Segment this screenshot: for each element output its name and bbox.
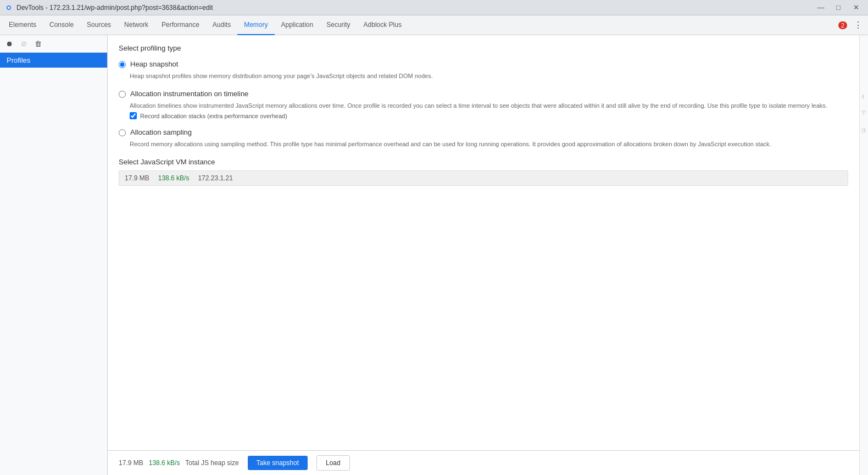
allocation-sampling-radio[interactable] <box>119 129 126 136</box>
tab-bar-right: 2 ⋮ <box>838 20 866 30</box>
load-button[interactable]: Load <box>316 455 350 471</box>
bottom-label: Total JS heap size <box>185 459 238 467</box>
sidebar-item-profiles[interactable]: Profiles <box>0 53 107 68</box>
main-content: Select profiling type Heap snapshot Heap… <box>108 35 859 475</box>
tab-adblock[interactable]: Adblock Plus <box>357 15 408 35</box>
tab-audits[interactable]: Audits <box>206 15 237 35</box>
clear-button[interactable]: 🗑 <box>32 38 44 50</box>
devtools-body: ⏺ ⊘ 🗑 Profiles Select profiling type Hea… <box>0 35 868 475</box>
vm-rate: 138.6 kB/s <box>158 174 190 182</box>
tab-network[interactable]: Network <box>118 15 155 35</box>
heap-snapshot-label: Heap snapshot <box>130 60 178 68</box>
allocation-timeline-radio[interactable] <box>119 91 126 98</box>
heap-snapshot-option: Heap snapshot <box>119 60 848 68</box>
record-button[interactable]: ⏺ <box>3 38 15 50</box>
sidebar-toolbar: ⏺ ⊘ 🗑 <box>0 35 107 53</box>
heap-snapshot-radio[interactable] <box>119 61 126 68</box>
right-edge: 彳 亍 注 <box>859 35 868 475</box>
chrome-icon <box>4 3 13 12</box>
title-bar: DevTools - 172.23.1.21/wp-admin/post.php… <box>0 0 868 15</box>
allocation-timeline-label: Allocation instrumentation on timeline <box>130 90 248 98</box>
vm-instance-list: 17.9 MB 138.6 kB/s 172.23.1.21 <box>119 170 848 186</box>
window-title: DevTools - 172.23.1.21/wp-admin/post.php… <box>16 4 813 12</box>
vm-ip: 172.23.1.21 <box>198 174 232 182</box>
heap-snapshot-desc: Heap snapshot profiles show memory distr… <box>130 71 848 81</box>
allocation-stacks-label: Record allocation stacks (extra performa… <box>140 113 287 119</box>
error-badge: 2 <box>838 21 847 29</box>
radio-group-timeline: Allocation instrumentation on timeline A… <box>119 90 848 120</box>
vm-instance-row[interactable]: 17.9 MB 138.6 kB/s 172.23.1.21 <box>119 171 848 185</box>
minimize-button[interactable]: — <box>813 0 828 15</box>
maximize-button[interactable]: □ <box>831 0 846 15</box>
tab-application[interactable]: Application <box>275 15 320 35</box>
tab-memory[interactable]: Memory <box>237 15 274 35</box>
checkbox-row: Record allocation stacks (extra performa… <box>130 112 848 119</box>
stop-button[interactable]: ⊘ <box>18 38 30 50</box>
radio-group-sampling: Allocation sampling Record memory alloca… <box>119 128 848 149</box>
vm-section: Select JavaScript VM instance 17.9 MB 13… <box>119 158 848 186</box>
allocation-stacks-checkbox[interactable] <box>130 112 137 119</box>
bottom-rate: 138.6 kB/s <box>149 459 180 467</box>
tab-performance[interactable]: Performance <box>155 15 206 35</box>
section-title: Select profiling type <box>119 44 848 52</box>
bottom-stat: 17.9 MB 138.6 kB/s Total JS heap size <box>119 459 239 467</box>
allocation-sampling-desc: Record memory allocations using sampling… <box>130 140 848 149</box>
tab-security[interactable]: Security <box>320 15 357 35</box>
tab-elements[interactable]: Elements <box>2 15 43 35</box>
allocation-timeline-option: Allocation instrumentation on timeline <box>119 90 848 98</box>
take-snapshot-button[interactable]: Take snapshot <box>248 456 308 470</box>
window-controls: — □ ✕ <box>813 0 864 15</box>
tab-sources[interactable]: Sources <box>80 15 118 35</box>
allocation-sampling-label: Allocation sampling <box>130 128 192 136</box>
vm-section-title: Select JavaScript VM instance <box>119 158 848 166</box>
allocation-sampling-option: Allocation sampling <box>119 128 848 136</box>
allocation-timeline-desc: Allocation timelines show instrumented J… <box>130 101 848 111</box>
radio-group-heap: Heap snapshot Heap snapshot profiles sho… <box>119 60 848 81</box>
svg-point-1 <box>8 7 10 9</box>
devtools-tab-bar: Elements Console Sources Network Perform… <box>0 15 868 35</box>
bottom-mb: 17.9 MB <box>119 459 143 467</box>
sidebar: ⏺ ⊘ 🗑 Profiles <box>0 35 108 475</box>
more-menu-button[interactable]: ⋮ <box>850 20 866 30</box>
bottom-bar: 17.9 MB 138.6 kB/s Total JS heap size Ta… <box>108 450 859 475</box>
vm-memory: 17.9 MB <box>125 174 149 182</box>
tab-console[interactable]: Console <box>43 15 80 35</box>
profiling-area: Select profiling type Heap snapshot Heap… <box>108 35 859 450</box>
close-button[interactable]: ✕ <box>848 0 864 15</box>
